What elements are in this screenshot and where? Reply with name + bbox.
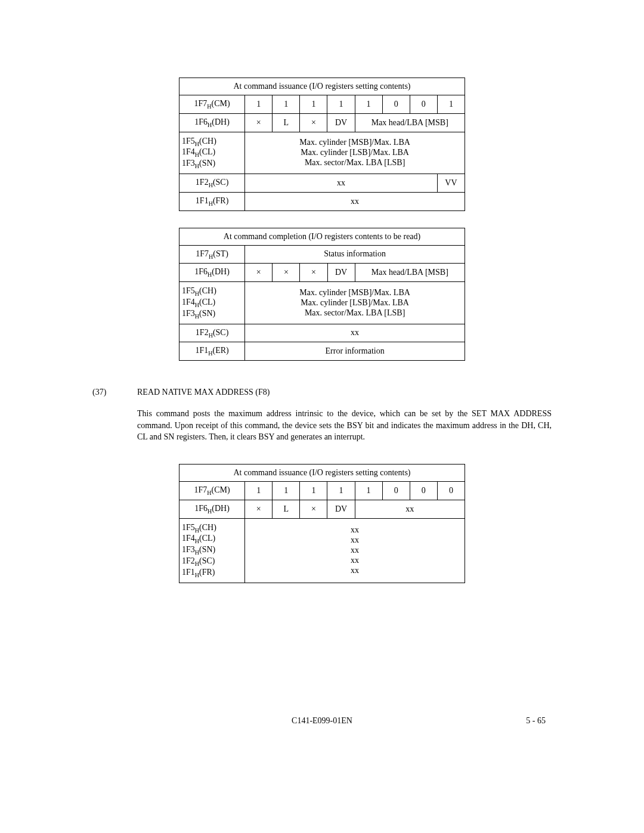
t3-r1-b6: 1 — [273, 481, 300, 500]
t1-r1-b0: 1 — [437, 95, 465, 114]
t1-r2-c1: L — [273, 113, 300, 132]
t3-r2-label: 1F6H(DH) — [179, 500, 245, 518]
t2-r2-c0: × — [245, 264, 273, 282]
table-command-issuance-2: At command issuance (I/O registers setti… — [179, 464, 465, 583]
t2-r1-v: Status information — [245, 245, 465, 264]
t1-r2-rest: Max head/LBA [MSB] — [355, 113, 465, 132]
t3-r1-b5: 1 — [300, 481, 327, 500]
footer-center: C141-E099-01EN — [0, 716, 644, 726]
section-paragraph: This command posts the maximum address i… — [137, 408, 552, 443]
t1-r4-v2: VV — [437, 174, 465, 192]
footer-page-number: 5 - 65 — [526, 716, 546, 726]
t3-r2-c2: × — [300, 500, 327, 518]
t2-r4-label: 1F2H(SC) — [179, 324, 245, 342]
t1-r2-c3: DV — [327, 113, 355, 132]
t3-r1-b3: 1 — [355, 481, 382, 500]
t2-r4-v: xx — [245, 324, 465, 342]
t1-r1-b1: 0 — [410, 95, 437, 114]
t2-r2-c3: DV — [327, 264, 355, 282]
t3-r2-rest: xx — [355, 500, 465, 518]
table2-title: At command completion (I/O registers con… — [179, 228, 465, 245]
t1-r3-label: 1F5H(CH) 1F4H(CL) 1F3H(SN) — [179, 132, 245, 174]
t1-r1-b6: 1 — [273, 95, 300, 114]
t3-r2-c0: × — [245, 500, 273, 518]
t1-r4-v1: xx — [245, 174, 438, 192]
t3-r1-b4: 1 — [327, 481, 355, 500]
t2-r3-label: 1F5H(CH) 1F4H(CL) 1F3H(SN) — [179, 282, 245, 324]
t1-r2-label: 1F6H(DH) — [179, 113, 245, 132]
t2-r5-v: Error information — [245, 342, 465, 361]
t2-r2-c1: × — [273, 264, 300, 282]
t2-r2-label: 1F6H(DH) — [179, 264, 245, 282]
t1-r4-label: 1F2H(SC) — [179, 174, 245, 192]
t2-r5-label: 1F1H(ER) — [179, 342, 245, 361]
t1-r5-label: 1F1H(FR) — [179, 192, 245, 210]
t2-r1-label: 1F7H(ST) — [179, 245, 245, 264]
table-command-issuance-1: At command issuance (I/O registers setti… — [179, 78, 465, 211]
t1-r1-label: 1F7H(CM) — [179, 95, 245, 114]
t1-r3-value: Max. cylinder [MSB]/Max. LBA Max. cylind… — [245, 132, 465, 174]
section-title: READ NATIVE MAX ADDRESS (F8) — [137, 388, 552, 397]
t1-r5-v: xx — [245, 192, 465, 210]
t1-r1-b7: 1 — [245, 95, 273, 114]
t1-r2-c2: × — [300, 113, 327, 132]
t3-r3-label: 1F5H(CH) 1F4H(CL) 1F3H(SN) 1F2H(SC) 1F1H… — [179, 518, 245, 583]
t1-r1-b4: 1 — [327, 95, 355, 114]
table1-title: At command issuance (I/O registers setti… — [179, 78, 465, 95]
t3-r3-value: xx xx xx xx xx — [245, 518, 465, 583]
t1-r1-b3: 1 — [355, 95, 382, 114]
t2-r2-c2: × — [300, 264, 327, 282]
t1-r2-c0: × — [245, 113, 273, 132]
t2-r3-value: Max. cylinder [MSB]/Max. LBA Max. cylind… — [245, 282, 465, 324]
t3-r1-b2: 0 — [382, 481, 410, 500]
t3-r1-b1: 0 — [410, 481, 437, 500]
table3-title: At command issuance (I/O registers setti… — [179, 464, 465, 481]
section-number: (37) — [92, 388, 137, 397]
t3-r2-c1: L — [273, 500, 300, 518]
t3-r1-label: 1F7H(CM) — [179, 481, 245, 500]
t3-r1-b0: 0 — [437, 481, 465, 500]
t1-r1-b2: 0 — [382, 95, 410, 114]
t1-r1-b5: 1 — [300, 95, 327, 114]
t3-r1-b7: 1 — [245, 481, 273, 500]
t3-r2-c3: DV — [327, 500, 355, 518]
t2-r2-rest: Max head/LBA [MSB] — [355, 264, 465, 282]
table-command-completion: At command completion (I/O registers con… — [179, 228, 465, 361]
